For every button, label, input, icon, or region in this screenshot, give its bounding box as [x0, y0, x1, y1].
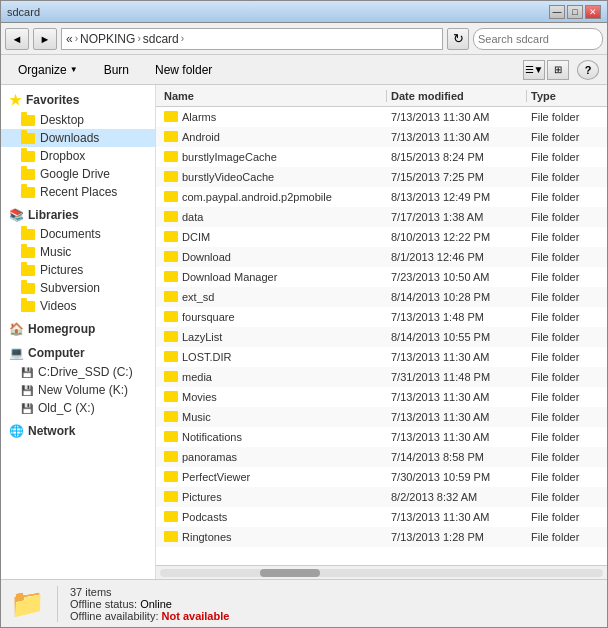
table-row[interactable]: burstlyImageCache 8/15/2013 8:24 PM File… — [156, 147, 607, 167]
search-box[interactable]: 🔍 — [473, 28, 603, 50]
sidebar-item-music[interactable]: Music — [1, 243, 155, 261]
table-row[interactable]: Notifications 7/13/2013 11:30 AM File fo… — [156, 427, 607, 447]
table-row[interactable]: Download 8/1/2013 12:46 PM File folder — [156, 247, 607, 267]
libraries-header[interactable]: 📚 Libraries — [1, 205, 155, 225]
table-row[interactable]: data 7/17/2013 1:38 AM File folder — [156, 207, 607, 227]
address-path[interactable]: « › NOPKING › sdcard › — [61, 28, 443, 50]
file-date: 8/10/2013 12:22 PM — [387, 231, 527, 243]
file-date: 7/13/2013 11:30 AM — [387, 351, 527, 363]
table-row[interactable]: Pictures 8/2/2013 8:32 AM File folder — [156, 487, 607, 507]
column-date-modified[interactable]: Date modified — [387, 90, 527, 102]
x-drive-icon: 💾 — [21, 403, 33, 414]
table-row[interactable]: PerfectViewer 7/30/2013 10:59 PM File fo… — [156, 467, 607, 487]
offline-status-label: Offline status: — [70, 598, 137, 610]
sidebar-item-k-drive[interactable]: 💾 New Volume (K:) — [1, 381, 155, 399]
sidebar-item-documents[interactable]: Documents — [1, 225, 155, 243]
table-row[interactable]: LazyList 8/14/2013 10:55 PM File folder — [156, 327, 607, 347]
sidebar-item-recent-places[interactable]: Recent Places — [1, 183, 155, 201]
computer-header[interactable]: 💻 Computer — [1, 343, 155, 363]
folder-icon — [164, 271, 178, 282]
libraries-label: Libraries — [28, 208, 79, 222]
file-type: File folder — [527, 351, 607, 363]
file-type: File folder — [527, 471, 607, 483]
sidebar-item-x-drive[interactable]: 💾 Old_C (X:) — [1, 399, 155, 417]
folder-icon — [164, 411, 178, 422]
file-name: DCIM — [156, 231, 387, 243]
organize-button[interactable]: Organize ▼ — [9, 59, 87, 81]
table-row[interactable]: Download Manager 7/23/2013 10:50 AM File… — [156, 267, 607, 287]
refresh-button[interactable]: ↻ — [447, 28, 469, 50]
table-row[interactable]: Podcasts 7/13/2013 11:30 AM File folder — [156, 507, 607, 527]
back-button[interactable]: ◄ — [5, 28, 29, 50]
file-date: 8/13/2013 12:49 PM — [387, 191, 527, 203]
table-row[interactable]: panoramas 7/14/2013 8:58 PM File folder — [156, 447, 607, 467]
column-name[interactable]: Name — [156, 90, 387, 102]
folder-icon — [164, 131, 178, 142]
file-type: File folder — [527, 231, 607, 243]
network-header[interactable]: 🌐 Network — [1, 421, 155, 441]
network-label: Network — [28, 424, 75, 438]
sidebar-item-dropbox[interactable]: Dropbox — [1, 147, 155, 165]
homegroup-section: 🏠 Homegroup — [1, 319, 155, 339]
file-type: File folder — [527, 491, 607, 503]
file-date: 7/13/2013 11:30 AM — [387, 111, 527, 123]
file-type: File folder — [527, 531, 607, 543]
table-row[interactable]: com.paypal.android.p2pmobile 8/13/2013 1… — [156, 187, 607, 207]
table-row[interactable]: Alarms 7/13/2013 11:30 AM File folder — [156, 107, 607, 127]
sidebar-item-desktop[interactable]: Desktop — [1, 111, 155, 129]
table-row[interactable]: LOST.DIR 7/13/2013 11:30 AM File folder — [156, 347, 607, 367]
sidebar-item-subversion[interactable]: Subversion — [1, 279, 155, 297]
table-row[interactable]: Ringtones 7/13/2013 1:28 PM File folder — [156, 527, 607, 547]
table-row[interactable]: Music 7/13/2013 11:30 AM File folder — [156, 407, 607, 427]
sidebar-item-downloads[interactable]: Downloads — [1, 129, 155, 147]
status-icon: 📁 — [9, 586, 45, 622]
column-type[interactable]: Type — [527, 90, 607, 102]
file-name: media — [156, 371, 387, 383]
horizontal-scrollbar[interactable] — [156, 565, 607, 579]
sidebar-item-pictures[interactable]: Pictures — [1, 261, 155, 279]
table-row[interactable]: ext_sd 8/14/2013 10:28 PM File folder — [156, 287, 607, 307]
homegroup-header[interactable]: 🏠 Homegroup — [1, 319, 155, 339]
folder-icon — [164, 351, 178, 362]
forward-button[interactable]: ► — [33, 28, 57, 50]
table-row[interactable]: Movies 7/13/2013 11:30 AM File folder — [156, 387, 607, 407]
music-icon — [21, 247, 35, 258]
breadcrumb-sdcard[interactable]: sdcard — [143, 32, 179, 46]
file-date: 7/13/2013 11:30 AM — [387, 431, 527, 443]
file-name: panoramas — [156, 451, 387, 463]
library-icon: 📚 — [9, 208, 24, 222]
breadcrumb-start: « — [66, 32, 73, 46]
table-row[interactable]: burstlyVideoCache 7/15/2013 7:25 PM File… — [156, 167, 607, 187]
file-name: Alarms — [156, 111, 387, 123]
new-folder-button[interactable]: New folder — [146, 59, 221, 81]
search-input[interactable] — [478, 33, 608, 45]
sidebar-item-google-drive[interactable]: Google Drive — [1, 165, 155, 183]
table-row[interactable]: Android 7/13/2013 11:30 AM File folder — [156, 127, 607, 147]
table-row[interactable]: DCIM 8/10/2013 12:22 PM File folder — [156, 227, 607, 247]
breadcrumb-nopking[interactable]: NOPKING — [80, 32, 135, 46]
table-row[interactable]: foursquare 7/13/2013 1:48 PM File folder — [156, 307, 607, 327]
close-button[interactable]: ✕ — [585, 5, 601, 19]
folder-icon — [164, 111, 178, 122]
sidebar-item-videos[interactable]: Videos — [1, 297, 155, 315]
file-date: 8/14/2013 10:55 PM — [387, 331, 527, 343]
offline-availability-value: Not available — [162, 610, 230, 622]
folder-icon — [164, 151, 178, 162]
folder-icon — [164, 471, 178, 482]
view-grid-button[interactable]: ⊞ — [547, 60, 569, 80]
burn-button[interactable]: Burn — [95, 59, 138, 81]
status-bar: 📁 37 items Offline status: Online Offlin… — [1, 579, 607, 627]
view-options-button[interactable]: ☰▼ — [523, 60, 545, 80]
minimize-button[interactable]: — — [549, 5, 565, 19]
file-date: 7/23/2013 10:50 AM — [387, 271, 527, 283]
folder-icon — [164, 451, 178, 462]
file-name: Movies — [156, 391, 387, 403]
help-button[interactable]: ? — [577, 60, 599, 80]
file-type: File folder — [527, 131, 607, 143]
sidebar-item-c-drive[interactable]: 💾 C:Drive_SSD (C:) — [1, 363, 155, 381]
table-row[interactable]: media 7/31/2013 11:48 PM File folder — [156, 367, 607, 387]
maximize-button[interactable]: □ — [567, 5, 583, 19]
file-date: 7/13/2013 11:30 AM — [387, 411, 527, 423]
favorites-header[interactable]: ★ Favorites — [1, 89, 155, 111]
file-date: 7/13/2013 11:30 AM — [387, 131, 527, 143]
